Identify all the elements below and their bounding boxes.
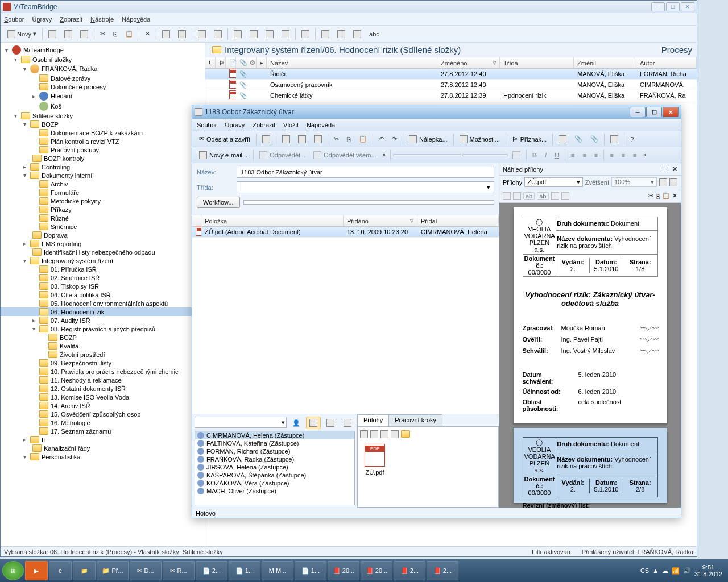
taskbar-item[interactable]: 📕20...: [361, 561, 392, 580]
dtb-a3[interactable]: 📎: [587, 133, 602, 145]
col-autor[interactable]: Autor: [636, 57, 697, 68]
tree-item[interactable]: Příkazy: [51, 206, 72, 213]
tree-user[interactable]: FRAŇKOVÁ, Radka: [42, 65, 97, 72]
tree-item[interactable]: 01. Příručka ISŘ: [51, 266, 97, 273]
system-tray[interactable]: CS ▲ ☁ 📶 🔊 9:51 31.8.2012: [640, 564, 726, 577]
tree-datove[interactable]: Datové zprávy: [51, 75, 90, 82]
tree-item[interactable]: Doprava: [44, 232, 68, 239]
tray-icon[interactable]: 📶: [672, 567, 680, 575]
tree-item[interactable]: 07. Audity ISŘ: [51, 317, 90, 324]
menu-zobrazit[interactable]: Zobrazit: [60, 16, 82, 23]
preview-tb-2[interactable]: [669, 178, 677, 186]
tree-dokoncene[interactable]: Dokončené procesy: [51, 84, 106, 90]
attach-tb-2[interactable]: [370, 430, 378, 438]
assignee-search[interactable]: ▾: [195, 417, 287, 428]
tree-item[interactable]: 03. Tiskopisy ISŘ: [51, 283, 99, 290]
preview-pin[interactable]: ☐: [663, 165, 669, 173]
tray-icon[interactable]: 🔊: [683, 567, 691, 575]
tb-icon-7[interactable]: [159, 28, 173, 40]
tree-item[interactable]: Metodické pokyny: [51, 198, 101, 205]
tb-icon-8[interactable]: [175, 28, 189, 40]
tab-prac-kroky[interactable]: Pracovní kroky: [388, 414, 442, 426]
dtb-2[interactable]: [279, 133, 293, 146]
tb-icon-14[interactable]: [278, 28, 293, 40]
menu-napoveda[interactable]: Nápověda: [122, 16, 150, 23]
dtb-a4[interactable]: [607, 133, 622, 146]
tree-item[interactable]: Identifikační listy nebezpečného odpadu: [44, 249, 155, 256]
dtb-help[interactable]: ?: [627, 134, 637, 145]
tree-item[interactable]: IT: [42, 436, 47, 443]
new-email-button[interactable]: Nový e-mail...: [196, 150, 251, 160]
attach-tb-1[interactable]: [360, 430, 368, 438]
dmenu-soubor[interactable]: Soubor: [197, 122, 217, 128]
tb-icon-9[interactable]: [195, 28, 209, 40]
tree-item[interactable]: Různé: [51, 215, 69, 222]
taskbar-item[interactable]: 📄2...: [196, 561, 228, 580]
attach-tb-4[interactable]: [391, 430, 399, 438]
menu-soubor[interactable]: Soubor: [4, 16, 24, 23]
assignee-item[interactable]: MACH, Oliver (Zástupce): [195, 487, 354, 495]
col-nazev[interactable]: Název: [267, 57, 437, 68]
tree-item[interactable]: 04. Cíle a politika ISŘ: [51, 292, 111, 298]
clock-date[interactable]: 31.8.2012: [694, 571, 722, 577]
pv-cut[interactable]: ✂: [648, 192, 653, 199]
tree-item[interactable]: Formuláře: [51, 189, 79, 196]
tree-item[interactable]: Životní prostředí: [60, 351, 105, 358]
tree-item[interactable]: 11. Neshody a reklamace: [51, 377, 122, 384]
name-input[interactable]: [237, 167, 494, 178]
dtb-4[interactable]: [311, 133, 325, 146]
tree-hledani[interactable]: Hledání: [51, 93, 72, 99]
pv-del[interactable]: ✕: [672, 192, 677, 199]
detail-close[interactable]: ✕: [663, 107, 679, 117]
assignee-item[interactable]: FALTINOVÁ, Kateřina (Zástupce): [195, 439, 354, 447]
dtb-a2[interactable]: 📎: [571, 133, 586, 145]
tray-icon[interactable]: ☁: [662, 567, 668, 575]
dmenu-upravy[interactable]: Úpravy: [225, 122, 245, 128]
minimize-button[interactable]: ─: [651, 2, 665, 11]
tab-prilohy[interactable]: Přílohy: [357, 414, 389, 426]
table-row[interactable]: 📎 Chemické látky 27.8.2012 12:39 Hpdnoce…: [205, 90, 697, 101]
tb-icon-18[interactable]: [350, 28, 365, 40]
taskbar-item[interactable]: ✉R...: [163, 561, 195, 580]
attach-tb-folder[interactable]: [401, 430, 410, 438]
tree-item[interactable]: Dokumenty interní: [42, 172, 92, 179]
tree-item[interactable]: Integrovaný systém řízení: [42, 257, 113, 264]
preview-close[interactable]: ✕: [672, 165, 677, 173]
dtb-redo[interactable]: ↷: [388, 133, 400, 145]
assignee-item[interactable]: CIMRMANOVÁ, Helena (Zástupce): [195, 431, 354, 439]
tb-icon-15[interactable]: [298, 28, 313, 40]
taskbar-item[interactable]: 📄1...: [295, 561, 326, 580]
tb-icon-3[interactable]: [77, 28, 92, 40]
assignee-btn-1[interactable]: [306, 417, 321, 429]
assignee-btn-2[interactable]: [323, 417, 338, 429]
assignee-item[interactable]: FRAŇKOVÁ, Radka (Zástupce): [195, 455, 354, 463]
tree-item[interactable]: 15. Osvědčení způsobilých osob: [51, 411, 140, 418]
dtb-a1[interactable]: [555, 133, 570, 146]
options-button[interactable]: Možnosti...: [456, 134, 503, 144]
cut-button[interactable]: ✂: [97, 28, 109, 40]
pv-copy[interactable]: ⎘: [656, 193, 660, 199]
tree-item[interactable]: Pracovní postupy: [51, 147, 99, 153]
tree-item[interactable]: 17. Seznam záznamů: [51, 428, 111, 435]
tree-item[interactable]: Plán kontrol a revizí VTZ: [51, 138, 119, 145]
close-button[interactable]: ✕: [681, 2, 694, 11]
tree-osobni[interactable]: Osobní složky: [32, 56, 72, 63]
attachment-file[interactable]: ZÚ.pdf: [360, 439, 390, 480]
paste-button[interactable]: 📋: [122, 28, 136, 40]
assignee-btn-3[interactable]: [340, 417, 355, 429]
assignee-item[interactable]: KOZÁKOVÁ, Věra (Zástupce): [195, 479, 354, 487]
assignee-item[interactable]: FORMAN, Richard (Zástupce): [195, 447, 354, 455]
tree-item[interactable]: Controling: [42, 164, 70, 171]
col-polozka[interactable]: Položka: [201, 215, 344, 226]
detail-maximize[interactable]: ☐: [646, 107, 662, 117]
maximize-button[interactable]: ☐: [666, 2, 680, 11]
pv-paste[interactable]: 📋: [662, 192, 670, 199]
attach-tb-3[interactable]: [380, 430, 388, 438]
tree-item[interactable]: Dokumentace BOZP k zakázkám: [51, 130, 143, 136]
taskbar-item[interactable]: ✉D...: [130, 561, 162, 580]
flag-button[interactable]: 🏳 Příznak...: [508, 135, 550, 144]
tree-item[interactable]: 02. Směrnice ISŘ: [51, 275, 100, 281]
tb-icon-17[interactable]: [334, 28, 349, 40]
col-pridal[interactable]: Přidal: [417, 215, 499, 226]
assignee-item[interactable]: JIRSOVÁ, Helena (Zástupce): [195, 463, 354, 471]
